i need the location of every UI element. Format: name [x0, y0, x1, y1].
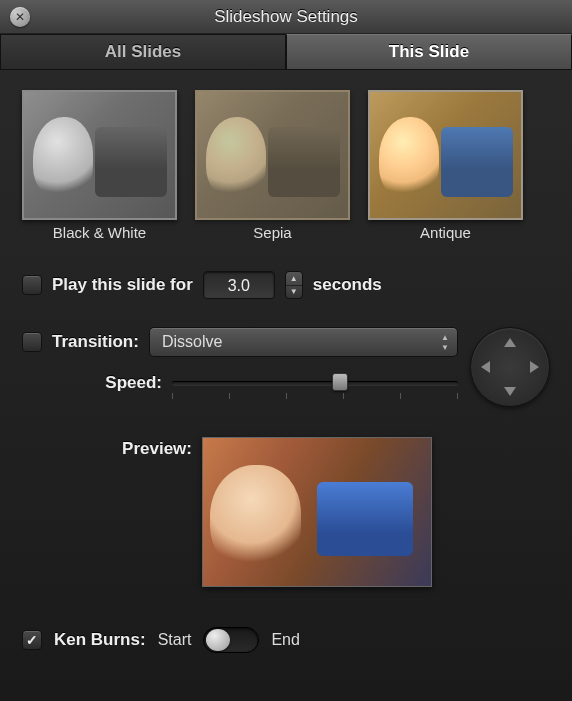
- tab-this-slide[interactable]: This Slide: [286, 34, 572, 70]
- ken-burns-label: Ken Burns:: [54, 630, 146, 650]
- tab-bar: All Slides This Slide: [0, 34, 572, 70]
- transition-area: Transition: Dissolve ▲▼ Speed:: [22, 327, 550, 409]
- ken-burns-start-label: Start: [158, 631, 192, 649]
- stepper-up-icon[interactable]: ▲: [286, 272, 302, 286]
- play-duration-row: Play this slide for 3.0 ▲ ▼ seconds: [22, 271, 550, 299]
- slider-track: [172, 381, 458, 386]
- transition-selected: Dissolve: [162, 333, 222, 351]
- dropdown-arrows-icon: ▲▼: [441, 333, 449, 352]
- ken-burns-row: Ken Burns: Start End: [22, 627, 550, 653]
- effect-label: Sepia: [195, 224, 350, 241]
- switch-knob: [206, 629, 230, 651]
- close-icon: ✕: [15, 10, 25, 24]
- transition-label: Transition:: [52, 332, 139, 352]
- play-duration-suffix: seconds: [313, 275, 382, 295]
- slider-knob[interactable]: [332, 373, 348, 391]
- effect-label: Black & White: [22, 224, 177, 241]
- ken-burns-switch[interactable]: [203, 627, 259, 653]
- play-duration-checkbox[interactable]: [22, 275, 42, 295]
- direction-down-button[interactable]: [504, 387, 516, 396]
- effect-thumbnail: [368, 90, 523, 220]
- speed-label: Speed:: [22, 373, 162, 393]
- direction-pad: [470, 327, 550, 407]
- slider-ticks: [172, 393, 458, 399]
- tab-all-slides[interactable]: All Slides: [0, 34, 286, 70]
- close-button[interactable]: ✕: [10, 7, 30, 27]
- play-duration-prefix: Play this slide for: [52, 275, 193, 295]
- effect-sepia[interactable]: Sepia: [195, 90, 350, 241]
- effect-thumbnail: [195, 90, 350, 220]
- effect-antique[interactable]: Antique: [368, 90, 523, 241]
- direction-left-button[interactable]: [481, 361, 490, 373]
- effect-label: Antique: [368, 224, 523, 241]
- effect-thumbnail: [22, 90, 177, 220]
- effects-row: Black & White Sepia Antique: [22, 90, 550, 241]
- ken-burns-checkbox[interactable]: [22, 630, 42, 650]
- preview-box[interactable]: [202, 437, 432, 587]
- play-duration-stepper[interactable]: ▲ ▼: [285, 271, 303, 299]
- direction-right-button[interactable]: [530, 361, 539, 373]
- effect-black-white[interactable]: Black & White: [22, 90, 177, 241]
- window-title: Slideshow Settings: [0, 7, 572, 27]
- titlebar: ✕ Slideshow Settings: [0, 0, 572, 34]
- preview-label: Preview:: [22, 437, 192, 587]
- ken-burns-end-label: End: [271, 631, 299, 649]
- content-area: Black & White Sepia Antique Play this sl…: [0, 70, 572, 673]
- transition-dropdown[interactable]: Dissolve ▲▼: [149, 327, 458, 357]
- direction-up-button[interactable]: [504, 338, 516, 347]
- preview-row: Preview:: [22, 437, 550, 587]
- preview-image: [203, 438, 431, 586]
- speed-slider[interactable]: [172, 373, 458, 393]
- stepper-down-icon[interactable]: ▼: [286, 286, 302, 299]
- play-duration-input[interactable]: 3.0: [203, 271, 275, 299]
- transition-checkbox[interactable]: [22, 332, 42, 352]
